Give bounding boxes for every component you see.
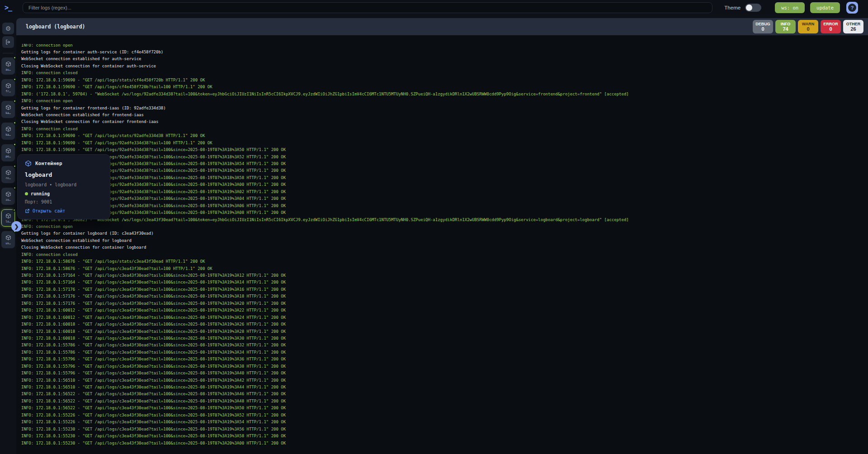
external-link-icon (25, 208, 30, 213)
log-output: INFO: connection openGetting logs for co… (16, 35, 868, 454)
log-line: INFO: 172.18.0.1:55796 - "GET /api/logs/… (21, 356, 868, 363)
log-line: Closing WebSocket connection for contain… (21, 118, 868, 125)
log-line: INFO: 172.18.0.1:57176 - "GET /api/logs/… (21, 286, 868, 293)
log-line: INFO: ('172.18.0.1', 59704) - "WebSocket… (21, 91, 868, 98)
theme-toggle[interactable] (745, 4, 761, 12)
badge-other[interactable]: OTHER26 (843, 20, 863, 33)
log-line: INFO: 172.18.0.1:59690 - "GET /api/logs/… (21, 84, 868, 90)
container-label: us… (5, 241, 11, 245)
badge-error[interactable]: ERROR0 (821, 20, 841, 33)
open-site-label: Открыть сайт (33, 208, 65, 213)
log-line: INFO: 172.18.0.1:59690 - "GET /api/logs/… (21, 175, 868, 181)
settings-button[interactable]: ⚙ (2, 23, 14, 34)
badge-count: 26 (850, 26, 856, 32)
log-filter-input[interactable] (23, 2, 712, 13)
log-line: INFO: 172.18.0.1:55796 - "GET /api/logs/… (21, 363, 868, 370)
cube-icon (5, 235, 11, 241)
tooltip-port: Порт: 9001 (25, 199, 103, 204)
theme-label: Theme (724, 5, 741, 10)
badge-label: OTHER (846, 22, 861, 26)
cube-icon (5, 83, 11, 89)
sidebar-container-item[interactable]: po… (1, 144, 15, 161)
log-panel-header: logboard (logboard) DEBUG0INFO74WARN0ERR… (16, 18, 868, 35)
open-site-link[interactable]: Открыть сайт (25, 208, 103, 213)
running-status-dot (13, 121, 16, 124)
container-label: ka… (5, 133, 11, 137)
gear-icon: ⚙ (5, 25, 11, 32)
sidebar-container-item[interactable]: re… (1, 166, 15, 183)
cube-icon (5, 148, 11, 154)
container-tooltip: Контейнер logboard logboard • logboard r… (17, 154, 110, 219)
log-line: INFO: 172.18.0.1:55786 - "GET /api/logs/… (21, 349, 868, 356)
badge-info[interactable]: INFO74 (775, 20, 796, 33)
tooltip-subtitle: logboard • logboard (25, 182, 103, 187)
sidebar-container-item[interactable]: ka… (1, 123, 15, 140)
logout-button[interactable] (2, 36, 14, 48)
running-status-dot (13, 78, 16, 81)
log-line: INFO: connection open (21, 98, 868, 104)
container-label: lo… (5, 220, 11, 223)
log-line: Getting logs for container auth-service … (21, 49, 868, 56)
log-line: INFO: 172.18.0.1:59690 - "GET /api/logs/… (21, 195, 868, 202)
sidebar-expand-button[interactable]: ❯ (11, 221, 22, 232)
log-line: INFO: 172.18.0.1:60018 - "GET /api/logs/… (21, 335, 868, 342)
running-status-dot (13, 143, 16, 146)
sidebar-container-item[interactable]: fr… (1, 79, 15, 96)
log-line: INFO: 172.18.0.1:60018 - "GET /api/logs/… (21, 328, 868, 335)
panel-title: logboard (logboard) (26, 24, 85, 30)
log-line: INFO: 172.18.0.1:56522 - "GET /api/logs/… (21, 405, 868, 411)
sidebar-container-item[interactable]: ka… (1, 101, 15, 118)
sidebar-container-item[interactable]: au… (1, 57, 15, 75)
logout-icon (5, 39, 11, 45)
log-line: INFO: connection closed (21, 70, 868, 76)
running-status-dot (13, 56, 16, 59)
running-status-dot (13, 165, 16, 168)
help-button[interactable]: ? (846, 2, 858, 14)
log-line: INFO: 172.18.0.1:59690 - "GET /api/logs/… (21, 167, 868, 174)
log-line: Getting logs for container frontend-iaas… (21, 105, 868, 112)
running-status-dot (13, 186, 16, 189)
badge-label: INFO (781, 22, 791, 26)
log-line: INFO: 172.18.0.1:60012 - "GET /api/logs/… (21, 307, 868, 314)
sidebar-divider (3, 53, 14, 53)
sidebar-container-item[interactable]: zo… (1, 188, 15, 205)
log-line: INFO: 172.18.0.1:57164 - "GET /api/logs/… (21, 279, 868, 286)
badge-debug[interactable]: DEBUG0 (753, 20, 773, 33)
cube-icon (5, 170, 11, 175)
level-badges: DEBUG0INFO74WARN0ERROR0OTHER26 (753, 20, 863, 33)
log-line: INFO: 172.18.0.1:55786 - "GET /api/logs/… (21, 342, 868, 349)
log-line: INFO: 172.18.0.1:59690 - "GET /api/logs/… (21, 189, 868, 195)
badge-count: 0 (829, 26, 832, 32)
cube-icon (25, 160, 32, 167)
cube-icon (5, 61, 11, 67)
log-line: INFO: 172.18.0.1:59690 - "GET /api/logs/… (21, 203, 868, 209)
badge-count: 0 (807, 26, 809, 32)
sidebar-container-item[interactable]: us… (1, 231, 15, 248)
log-line: INFO: 172.18.0.1:55230 - "GET /api/logs/… (21, 440, 868, 447)
log-line: INFO: connection closed (21, 126, 868, 132)
log-line: WebSocket connection established for fro… (21, 112, 868, 118)
update-button[interactable]: update (810, 2, 840, 13)
badge-label: DEBUG (755, 22, 770, 26)
log-line: INFO: 172.18.0.1:57164 - "GET /api/logs/… (21, 272, 868, 279)
topbar: >_ Theme ws: on update ? (0, 0, 868, 15)
log-line: INFO: connection closed (21, 251, 868, 258)
websocket-status-button[interactable]: ws: on (775, 2, 805, 13)
log-line: INFO: 172.18.0.1:57176 - "GET /api/logs/… (21, 300, 868, 307)
log-line: INFO: 172.18.0.1:60018 - "GET /api/logs/… (21, 321, 868, 328)
badge-label: WARN (802, 22, 815, 26)
chevron-right-icon: ❯ (14, 223, 19, 230)
log-line: INFO: 172.18.0.1:56510 - "GET /api/logs/… (21, 384, 868, 391)
badge-warn[interactable]: WARN0 (798, 20, 818, 33)
log-line: INFO: 172.18.0.1:59690 - "GET /api/logs/… (21, 140, 868, 147)
log-line: INFO: 172.18.0.1:58676 - "GET /api/logs/… (21, 265, 868, 272)
log-line: Getting logs for container logboard (ID:… (21, 230, 868, 237)
log-line: INFO: 172.18.0.1:56522 - "GET /api/logs/… (21, 398, 868, 405)
log-line: INFO: ('172.18.0.1', 58682) - "WebSocket… (21, 217, 868, 223)
log-line: INFO: 172.18.0.1:55226 - "GET /api/logs/… (21, 412, 868, 419)
cube-icon (5, 104, 11, 110)
log-panel: logboard (logboard) DEBUG0INFO74WARN0ERR… (16, 18, 868, 454)
log-line: INFO: 172.18.0.1:59690 - "GET /api/logs/… (21, 132, 868, 139)
tooltip-title: Контейнер (35, 161, 62, 166)
log-line: INFO: 172.18.0.1:55230 - "GET /api/logs/… (21, 426, 868, 433)
